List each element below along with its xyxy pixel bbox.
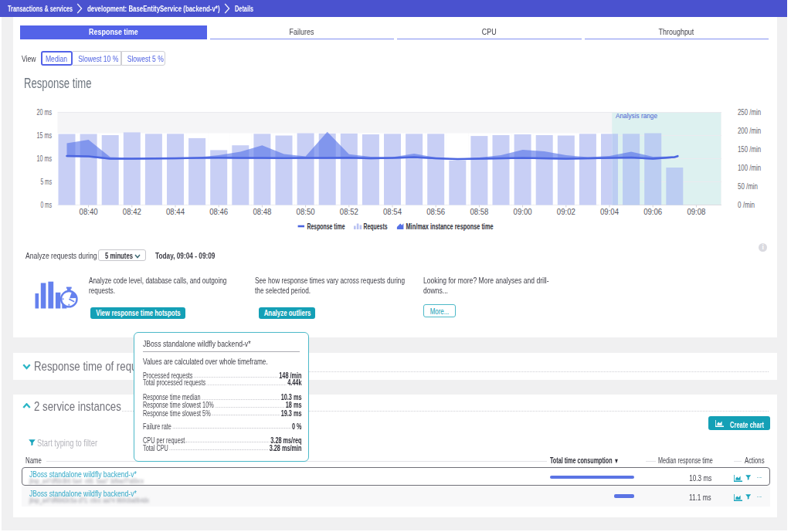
svg-text:150 /min: 150 /min — [738, 145, 761, 154]
svg-text:08:40: 08:40 — [80, 208, 98, 216]
svg-text:09:06: 09:06 — [643, 208, 662, 216]
svg-text:09:00: 09:00 — [514, 208, 532, 216]
svg-text:20 ms: 20 ms — [37, 108, 53, 117]
svg-text:5 ms: 5 ms — [41, 178, 53, 186]
svg-text:08:54: 08:54 — [383, 208, 402, 216]
svg-text:200 /min: 200 /min — [738, 127, 761, 135]
svg-text:50 /min: 50 /min — [738, 182, 758, 191]
svg-text:09:02: 09:02 — [557, 208, 575, 216]
svg-text:08:42: 08:42 — [123, 208, 141, 216]
svg-text:Response time: Response time — [307, 222, 345, 231]
svg-text:08:56: 08:56 — [426, 208, 445, 216]
svg-text:250 /min: 250 /min — [738, 108, 761, 117]
svg-text:10 ms: 10 ms — [37, 154, 53, 163]
svg-text:09:08: 09:08 — [687, 208, 705, 216]
svg-text:08:48: 08:48 — [253, 208, 271, 216]
svg-text:Analysis range: Analysis range — [616, 111, 657, 120]
svg-text:08:58: 08:58 — [470, 208, 488, 216]
svg-text:0 ms: 0 ms — [41, 201, 53, 209]
svg-text:Requests: Requests — [364, 222, 388, 231]
svg-text:0 /min: 0 /min — [738, 201, 755, 209]
svg-text:Min/max instance response time: Min/max instance response time — [406, 222, 494, 231]
svg-text:100 /min: 100 /min — [738, 164, 761, 172]
svg-text:08:52: 08:52 — [340, 208, 358, 216]
svg-text:08:50: 08:50 — [297, 208, 315, 216]
svg-text:08:44: 08:44 — [166, 208, 185, 216]
svg-text:15 ms: 15 ms — [37, 131, 53, 140]
svg-text:08:46: 08:46 — [209, 208, 228, 216]
svg-text:09:04: 09:04 — [600, 208, 619, 216]
